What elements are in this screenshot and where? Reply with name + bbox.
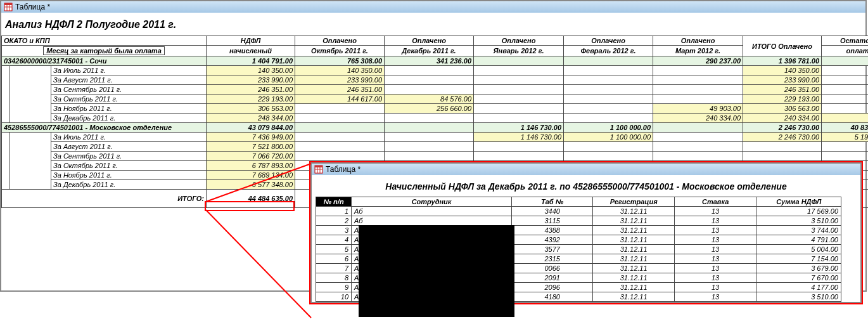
detail-sum: 5 004.00	[756, 245, 841, 254]
detail-rate: 13	[674, 235, 756, 245]
detail-num: 9	[316, 283, 352, 292]
header-month[interactable]: Месяц за каторый была оплата	[43, 46, 165, 55]
detail-header-emp[interactable]: Сотрудник	[352, 197, 512, 207]
header-paid-oct-2[interactable]: Октябрь 2011 г.	[295, 46, 385, 56]
detail-sum: 3 679.00	[756, 264, 841, 273]
group-row[interactable]: 45286555000/774501001 - Московское отдел…	[2, 123, 869, 133]
group-row[interactable]: 03426000000/231745001 - Сочи 1 404 791.0…	[2, 56, 869, 66]
window-title: Таблица *	[15, 3, 50, 11]
detail-rate: 13	[674, 264, 756, 273]
detail-emp: Аб	[352, 216, 512, 226]
data-row[interactable]: За Октябрь 2011 г.229 193.00144 617.0084…	[2, 94, 869, 104]
detail-reg: 31.12.11	[593, 207, 674, 216]
detail-tab: 4392	[511, 235, 592, 245]
detail-num: 7	[316, 264, 352, 273]
detail-reg: 31.12.11	[593, 273, 674, 283]
svg-rect-1	[4, 3, 12, 5]
detail-rate: 13	[674, 254, 756, 264]
detail-reg: 31.12.11	[593, 216, 674, 226]
detail-num: 8	[316, 273, 352, 283]
table-icon	[314, 165, 323, 174]
group-label: 45286555000/774501001 - Московское отдел…	[2, 123, 207, 133]
detail-num: 6	[316, 254, 352, 264]
cell: 290 237.00	[653, 56, 743, 66]
data-row[interactable]: За Сентябрь 2011 г.246 351.00246 351.002…	[2, 85, 869, 94]
detail-sum: 17 569.00	[756, 207, 841, 216]
detail-rate: 13	[674, 226, 756, 235]
header-paid-feb-1[interactable]: Оплачено	[564, 36, 653, 46]
overlay-titlebar[interactable]: Таблица *	[312, 164, 860, 175]
header-paid-mar-1[interactable]: Оплачено	[653, 36, 743, 46]
header-okato[interactable]: ОКАТО и КПП	[2, 36, 207, 46]
header-ndfl-2[interactable]: начисленый	[207, 46, 295, 56]
detail-header-num[interactable]: № п/п	[316, 197, 352, 207]
data-row[interactable]: За Сентябрь 2011 г.7 066 720.00	[2, 152, 869, 161]
detail-num: 5	[316, 245, 352, 254]
detail-rate: 13	[674, 207, 756, 216]
detail-header-reg[interactable]: Регистрация	[593, 197, 674, 207]
header-paid-dec-1[interactable]: Оплачено	[385, 36, 474, 46]
detail-row[interactable]: 1Аб344031.12.111317 569.00	[316, 207, 841, 216]
detail-reg: 31.12.11	[593, 226, 674, 235]
header-ndfl-1[interactable]: НДФЛ	[207, 36, 295, 46]
data-row[interactable]: За Август 2011 г.7 521 800.00	[2, 142, 869, 152]
svg-rect-6	[315, 166, 322, 167]
detail-sum: 3 744.00	[756, 226, 841, 235]
header-remain-2[interactable]: оплате	[822, 46, 868, 56]
data-row[interactable]: За Декабрь 2011 г.248 344.00240 334.0024…	[2, 114, 869, 123]
header-paid-mar-2[interactable]: Март 2012 г.	[653, 46, 743, 56]
detail-emp: Аб	[352, 207, 512, 216]
detail-tab: 2091	[511, 273, 592, 283]
cell: 765 308.00	[295, 56, 385, 66]
month-cell: За Июль 2011 г.	[51, 66, 207, 75]
overlay-title: Таблица *	[326, 165, 361, 174]
overlay-report-title: Начисленный НДФЛ за Декабрь 2011 г. по 4…	[312, 175, 860, 197]
header-paid-jan-2[interactable]: Январь 2012 г.	[474, 46, 564, 56]
header-total-paid[interactable]: ИТОГО Оплачено	[743, 36, 822, 56]
titlebar[interactable]: Таблица *	[1, 1, 865, 13]
total-value: 44 484 635.00	[207, 190, 295, 208]
detail-tab: 0066	[511, 264, 592, 273]
detail-tab: 3115	[511, 216, 592, 226]
header-remain-1[interactable]: Остаток к	[822, 36, 868, 46]
header-paid-jan-1[interactable]: Оплачено	[474, 36, 564, 46]
detail-tab: 2096	[511, 283, 592, 292]
detail-header-rate[interactable]: Ставка	[674, 197, 756, 207]
detail-num: 1	[316, 207, 352, 216]
detail-sum: 3 510.00	[756, 216, 841, 226]
data-row[interactable]: За Июль 2011 г.7 436 949.001 146 730.001…	[2, 133, 869, 142]
header-paid-feb-2[interactable]: Февраль 2012 г.	[564, 46, 653, 56]
data-row[interactable]: За Ноябрь 2011 г.306 563.00256 660.0049 …	[2, 104, 869, 114]
detail-rate: 13	[674, 245, 756, 254]
detail-reg: 31.12.11	[593, 283, 674, 292]
detail-row[interactable]: 2Аб311531.12.11133 510.00	[316, 216, 841, 226]
detail-num: 3	[316, 226, 352, 235]
detail-tab: 3577	[511, 245, 592, 254]
header-paid-oct-1[interactable]: Оплачено	[295, 36, 385, 46]
detail-tab: 3440	[511, 207, 592, 216]
redaction-overlay	[359, 225, 514, 292]
detail-sum: 7 670.00	[756, 273, 841, 283]
cell: 1 396 781.00	[743, 56, 822, 66]
detail-sum: 4 791.00	[756, 235, 841, 245]
header-paid-dec-2[interactable]: Декабрь 2011 г.	[385, 46, 474, 56]
detail-reg: 31.12.11	[593, 235, 674, 245]
detail-reg: 31.12.11	[593, 254, 674, 264]
data-row[interactable]: За Июль 2011 г.140 350.00140 350.00140 3…	[2, 66, 869, 75]
detail-rate: 13	[674, 273, 756, 283]
group-label: 03426000000/231745001 - Сочи	[2, 56, 207, 66]
cell	[474, 56, 564, 66]
detail-rate: 13	[674, 216, 756, 226]
total-label: ИТОГО:	[2, 190, 207, 208]
data-row[interactable]: За Август 2011 г.233 990.00233 990.00233…	[2, 75, 869, 85]
cell	[564, 56, 653, 66]
detail-reg: 31.12.11	[593, 245, 674, 254]
report-title: Анализ НДФЛ 2 Полугодие 2011 г.	[1, 13, 865, 36]
cell: 1 404 791.00	[207, 56, 295, 66]
detail-tab: 2315	[511, 254, 592, 264]
detail-header-tab[interactable]: Таб №	[511, 197, 592, 207]
detail-header-sum[interactable]: Сумма НДФЛ	[756, 197, 841, 207]
detail-rate: 13	[674, 283, 756, 292]
detail-sum: 7 154.00	[756, 254, 841, 264]
detail-sum: 4 177.00	[756, 283, 841, 292]
